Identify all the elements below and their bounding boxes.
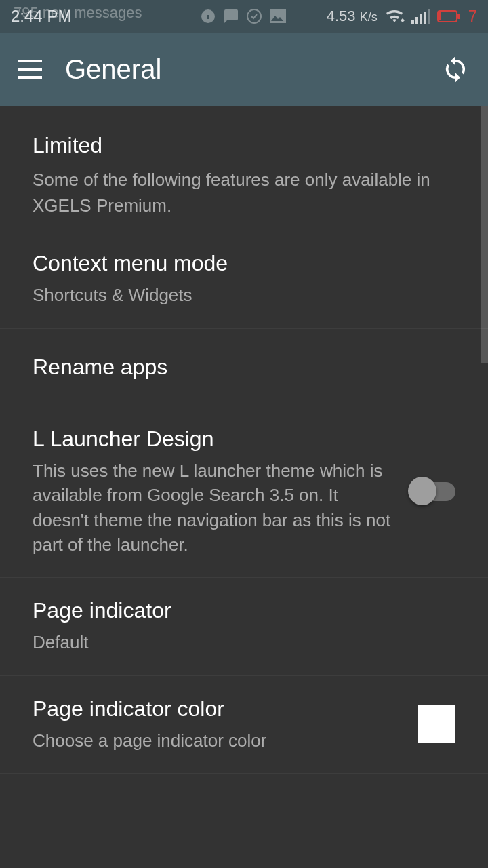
svg-rect-2	[411, 20, 414, 24]
scrollbar[interactable]	[481, 106, 488, 363]
pref-subtitle: Default	[33, 630, 445, 654]
hamburger-icon	[18, 60, 42, 79]
pref-rename-apps[interactable]: Rename apps	[0, 329, 488, 406]
svg-rect-8	[458, 14, 460, 19]
pref-title: Rename apps	[33, 355, 445, 380]
color-swatch[interactable]	[418, 705, 455, 743]
status-time-region: 2:44 PM 795 new messages	[11, 7, 71, 26]
toggle-knob	[408, 477, 436, 505]
page-title: General	[65, 54, 439, 85]
status-bar: 2:44 PM 795 new messages 4.53 K/s 7	[0, 0, 488, 33]
status-right: 4.53 K/s 7	[327, 7, 477, 26]
sync-icon	[441, 55, 470, 83]
pref-subtitle: Choose a page indicator color	[33, 728, 407, 753]
message-icon	[223, 8, 239, 24]
pref-l-launcher-design[interactable]: L Launcher Design This uses the new L la…	[0, 406, 488, 578]
image-icon	[269, 9, 287, 24]
menu-button[interactable]	[14, 53, 46, 85]
battery-icon	[437, 9, 462, 23]
svg-point-0	[247, 9, 261, 23]
svg-rect-5	[424, 12, 426, 24]
l-launcher-toggle[interactable]	[409, 482, 455, 501]
signal-icon	[411, 9, 430, 24]
status-notification-text: 795 new messages	[14, 4, 142, 22]
toolbar: General	[0, 33, 488, 106]
pref-title: Page indicator	[33, 598, 445, 623]
section-title: Limited	[33, 133, 455, 158]
pref-title: Page indicator color	[33, 696, 407, 722]
svg-rect-6	[428, 9, 430, 24]
pref-subtitle: This uses the new L launcher theme which…	[33, 458, 399, 557]
pref-context-menu-mode[interactable]: Context menu mode Shortcuts & Widgets	[0, 222, 488, 328]
sync-indicator-icon	[200, 8, 216, 24]
battery-percent: 7	[468, 7, 477, 26]
settings-list[interactable]: Limited Some of the following features a…	[0, 106, 488, 868]
pref-subtitle: Shortcuts & Widgets	[33, 283, 445, 307]
sync-button[interactable]	[439, 53, 472, 85]
svg-rect-9	[439, 12, 441, 20]
section-subtitle: Some of the following features are only …	[33, 167, 455, 218]
wifi-icon	[384, 8, 405, 24]
svg-rect-4	[420, 14, 422, 24]
section-header-limited: Limited Some of the following features a…	[0, 106, 488, 222]
data-rate: 4.53 K/s	[327, 7, 378, 25]
status-left: 2:44 PM 795 new messages	[11, 7, 287, 26]
pref-page-indicator[interactable]: Page indicator Default	[0, 578, 488, 675]
pref-title: Context menu mode	[33, 251, 445, 276]
pref-page-indicator-color[interactable]: Page indicator color Choose a page indic…	[0, 676, 488, 774]
pref-title: L Launcher Design	[33, 427, 399, 452]
svg-rect-3	[415, 17, 418, 24]
checkmark-circle-icon	[246, 8, 262, 24]
